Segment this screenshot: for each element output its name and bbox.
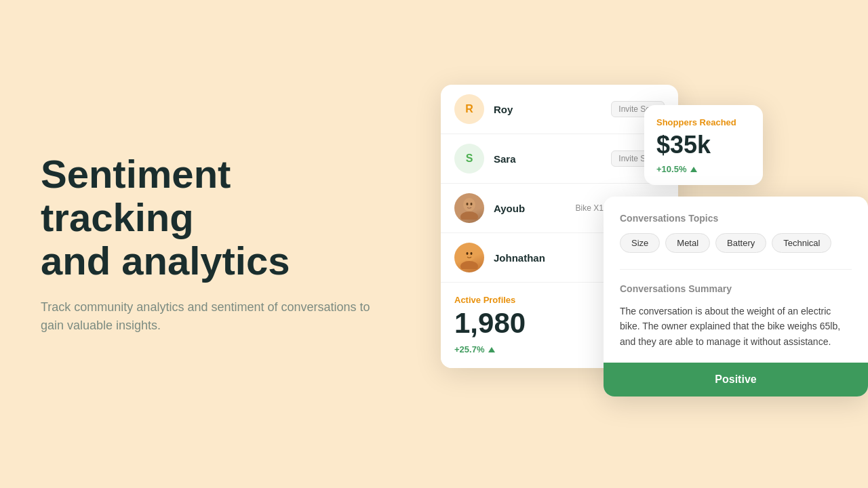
topic-technical[interactable]: Technical <box>772 233 831 253</box>
topics-title: Conversations Topics <box>620 213 852 224</box>
divider <box>620 269 852 270</box>
avatar-sara: S <box>454 144 484 174</box>
svg-point-0 <box>463 198 475 211</box>
summary-text: The conversation is about the weight of … <box>620 304 852 349</box>
svg-point-5 <box>460 261 478 269</box>
profile-row-sara[interactable]: S Sara Invite Sent <box>441 134 678 184</box>
summary-title: Conversations Summary <box>620 283 852 294</box>
shoppers-up-arrow-icon <box>690 167 697 172</box>
up-arrow-icon <box>488 347 495 352</box>
profile-name-sara: Sara <box>494 153 601 165</box>
shoppers-amount: $35k <box>656 133 751 157</box>
ui-container: R Roy Invite Sent S Sara Invite Sent Ayo… <box>420 0 868 488</box>
profile-name-ayoub: Ayoub <box>494 203 566 214</box>
topic-battery[interactable]: Battery <box>715 233 766 253</box>
main-heading: Sentiment tracking and analytics <box>41 152 393 282</box>
topics-row: Size Metal Battery Technical <box>620 233 852 253</box>
svg-point-4 <box>463 247 475 261</box>
shoppers-card: Shoppers Reached $35k +10.5% <box>644 105 763 185</box>
profile-name-johnathan: Johnathan <box>494 252 618 264</box>
topic-size[interactable]: Size <box>620 233 660 253</box>
svg-point-1 <box>460 211 478 220</box>
svg-point-3 <box>471 203 473 205</box>
profile-name-roy: Roy <box>494 104 601 115</box>
svg-point-2 <box>467 203 469 205</box>
hero-section: Sentiment tracking and analytics Track c… <box>41 152 393 335</box>
shoppers-change: +10.5% <box>656 164 751 174</box>
topic-metal[interactable]: Metal <box>665 233 710 253</box>
avatar-roy: R <box>454 94 484 124</box>
shoppers-label: Shoppers Reached <box>656 117 751 127</box>
svg-point-6 <box>467 252 469 255</box>
positive-button[interactable]: Positive <box>604 363 868 396</box>
sub-text: Track community analytics and sentiment … <box>41 299 393 336</box>
conversation-card: Conversations Topics Size Metal Battery … <box>604 197 868 396</box>
svg-point-7 <box>471 252 473 255</box>
avatar-ayoub <box>454 193 484 223</box>
avatar-johnathan <box>454 243 484 272</box>
profile-row-roy[interactable]: R Roy Invite Sent <box>441 85 678 134</box>
